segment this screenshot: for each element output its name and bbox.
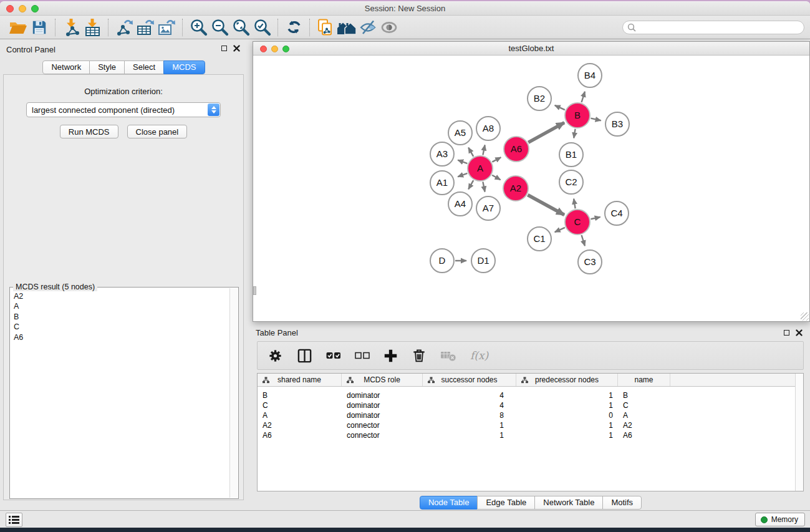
import-table-button[interactable] xyxy=(82,17,103,37)
graph-node-A3[interactable]: A3 xyxy=(430,142,454,166)
cell-name: A xyxy=(618,410,670,420)
graph-node-label: D1 xyxy=(477,255,489,266)
column-header-successor-nodes[interactable]: successor nodes xyxy=(423,374,516,386)
graph-node-C3[interactable]: C3 xyxy=(578,250,602,274)
graph-node-C[interactable]: C xyxy=(565,210,590,235)
cell-name: C xyxy=(618,400,670,410)
float-panel-icon[interactable] xyxy=(221,46,227,51)
graph-node-B1[interactable]: B1 xyxy=(559,143,583,167)
graph-edge-C-C4 xyxy=(591,217,600,219)
split-table-button[interactable] xyxy=(297,348,312,364)
graph-edge-A-A4 xyxy=(468,180,473,189)
run-mcds-button[interactable]: Run MCDS xyxy=(60,125,118,138)
graph-node-A1[interactable]: A1 xyxy=(430,171,454,195)
table-row-a[interactable]: Adominator80A xyxy=(258,410,803,420)
table-settings-button[interactable] xyxy=(268,348,283,364)
table-tabs: Node TableEdge TableNetwork TableMotifs xyxy=(251,496,810,510)
table-row-b[interactable]: Bdominator41B xyxy=(258,390,803,400)
close-panel-icon[interactable] xyxy=(233,45,240,52)
graph-node-C2[interactable]: C2 xyxy=(559,170,583,194)
graph-node-A5[interactable]: A5 xyxy=(448,121,472,145)
graph-node-C1[interactable]: C1 xyxy=(528,227,551,251)
cell-successor_nodes: 4 xyxy=(423,390,516,400)
table-row-a6[interactable]: A6connector11A6 xyxy=(258,430,803,440)
export-table-button[interactable] xyxy=(135,17,156,37)
graph-node-B[interactable]: B xyxy=(565,103,590,128)
graph-node-A8[interactable]: A8 xyxy=(476,117,500,140)
column-header-predecessor-nodes[interactable]: predecessor nodes xyxy=(516,374,618,386)
save-floppy-icon xyxy=(31,19,47,36)
home-view-button[interactable] xyxy=(336,17,357,37)
mcds-result-item[interactable]: C xyxy=(11,322,228,332)
column-header-mcds-role[interactable]: MCDS role xyxy=(342,374,423,386)
window-resize-grip[interactable] xyxy=(801,312,809,321)
graph-node-B2[interactable]: B2 xyxy=(528,87,551,110)
table-row-a2[interactable]: A2connector11A2 xyxy=(258,420,803,430)
deselect-all-columns-button[interactable] xyxy=(355,352,370,359)
close-panel-button[interactable]: Close panel xyxy=(127,125,188,138)
titlebar: Session: New Session xyxy=(0,2,810,16)
criterion-dropdown[interactable]: largest connected component (directed) xyxy=(26,102,221,117)
window-edge-grip[interactable] xyxy=(253,286,256,295)
graph-node-D[interactable]: D xyxy=(430,249,454,273)
table-scrollbar[interactable] xyxy=(795,374,803,491)
graph-node-C4[interactable]: C4 xyxy=(605,201,629,225)
zoom-fit-icon xyxy=(232,18,250,36)
memory-button[interactable]: Memory xyxy=(755,513,805,526)
add-column-button[interactable] xyxy=(383,349,398,363)
save-session-button[interactable] xyxy=(29,17,50,37)
close-panel-icon[interactable] xyxy=(796,329,803,336)
table-tab-node-table[interactable]: Node Table xyxy=(420,496,478,510)
tab-network[interactable]: Network xyxy=(42,60,90,74)
mcds-result-item[interactable]: A6 xyxy=(11,332,228,342)
graph-node-A2[interactable]: A2 xyxy=(503,176,528,201)
zoom-selected-button[interactable] xyxy=(251,17,272,37)
table-tab-network-table[interactable]: Network Table xyxy=(534,496,603,510)
zoom-fit-button[interactable] xyxy=(230,17,251,37)
hide-graphics-details-button[interactable] xyxy=(357,17,378,37)
delete-column-button[interactable] xyxy=(412,347,427,364)
window-list-button[interactable] xyxy=(6,513,22,527)
table-tab-edge-table[interactable]: Edge Table xyxy=(477,496,535,510)
mcds-result-item[interactable]: A2 xyxy=(11,291,228,301)
select-all-columns-button[interactable] xyxy=(326,352,341,359)
graph-node-A4[interactable]: A4 xyxy=(448,192,472,216)
clone-network-button[interactable] xyxy=(315,17,336,37)
graph-node-A[interactable]: A xyxy=(468,156,493,181)
column-header-name[interactable]: name xyxy=(618,374,670,386)
graph-node-A6[interactable]: A6 xyxy=(504,137,529,162)
graph-node-A7[interactable]: A7 xyxy=(476,196,500,220)
open-session-button[interactable] xyxy=(7,17,29,37)
zoom-in-icon xyxy=(190,18,208,36)
network-canvas[interactable]: B4B2BB3A8A5A6A3B1AA1C2A2A4A7C4CC1DD1C3 xyxy=(253,56,809,321)
zoom-out-button[interactable] xyxy=(209,17,230,37)
tab-style[interactable]: Style xyxy=(89,60,125,74)
zoom-in-button[interactable] xyxy=(188,17,209,37)
show-graphics-details-button[interactable] xyxy=(378,17,400,37)
graph-node-D1[interactable]: D1 xyxy=(471,249,495,273)
function-builder-button[interactable]: f(x) xyxy=(470,349,488,362)
network-window-title: testGlobe.txt xyxy=(253,44,809,53)
mcds-result-item[interactable]: A xyxy=(11,301,228,311)
result-scrollbar[interactable] xyxy=(229,288,238,498)
graph-node-label: A xyxy=(477,163,483,173)
graph-node-B3[interactable]: B3 xyxy=(605,112,629,136)
float-panel-icon[interactable] xyxy=(784,330,789,336)
table-row-c[interactable]: Cdominator41C xyxy=(258,400,803,410)
delete-table-button[interactable] xyxy=(440,349,456,362)
search-input[interactable] xyxy=(637,22,804,33)
search-field[interactable] xyxy=(622,21,804,34)
export-network-button[interactable] xyxy=(113,17,135,37)
mcds-result-item[interactable]: B xyxy=(11,312,228,322)
tab-mcds[interactable]: MCDS xyxy=(163,60,205,74)
tab-select[interactable]: Select xyxy=(124,60,164,74)
export-image-button[interactable] xyxy=(156,17,177,37)
table-toolbar: f(x) xyxy=(257,341,804,370)
graph-node-B4[interactable]: B4 xyxy=(578,64,602,87)
table-tab-motifs[interactable]: Motifs xyxy=(602,496,642,510)
import-network-button[interactable] xyxy=(60,17,82,37)
refresh-view-button[interactable] xyxy=(283,17,304,37)
zoom-selected-icon xyxy=(253,18,271,36)
column-header-shared-name[interactable]: shared name xyxy=(258,374,342,386)
cell-shared_name: A2 xyxy=(258,420,342,430)
